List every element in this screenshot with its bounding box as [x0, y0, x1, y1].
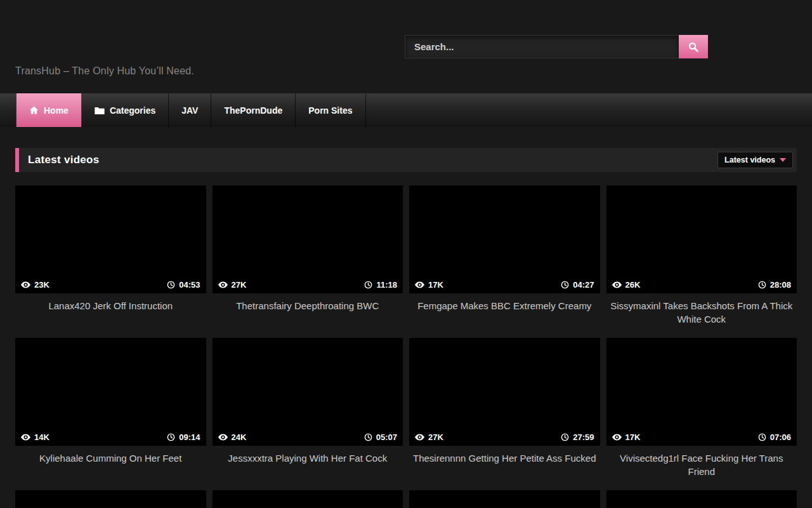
duration-group: 07:06	[758, 432, 791, 442]
views-group: 17K	[612, 432, 641, 442]
video-title[interactable]: Lanax420 Jerk Off Instruction	[15, 293, 206, 338]
video-meta-bar: 24K 05:07	[213, 428, 403, 446]
video-card[interactable]: 17K 07:06 Vivisectedg1rl Face Fucking He…	[606, 338, 797, 490]
video-duration: 07:06	[770, 432, 791, 442]
video-thumbnail[interactable]: 17K 04:27	[409, 185, 600, 293]
clock-icon	[561, 433, 569, 441]
video-thumbnail[interactable]: 24K 05:07	[213, 338, 403, 446]
site-tagline: TransHub – The Only Hub You’ll Need.	[15, 65, 194, 77]
video-thumbnail[interactable]: 27K 11:18	[213, 185, 403, 293]
video-grid: 23K 04:53 Lanax420 Jerk Off Instruction	[15, 185, 797, 508]
section-title: Latest videos	[28, 154, 100, 166]
video-thumbnail[interactable]	[409, 490, 600, 508]
duration-group: 04:27	[561, 280, 594, 290]
views-group: 24K	[218, 432, 247, 442]
view-count: 26K	[625, 280, 641, 290]
clock-icon	[167, 433, 175, 441]
views-group: 26K	[612, 280, 641, 290]
video-card[interactable]: 17K 04:27 Femgape Makes BBC Extremely Cr…	[409, 185, 600, 338]
nav-tab-jav[interactable]: JAV	[169, 93, 211, 127]
video-thumbnail[interactable]: 17K 07:06	[606, 338, 797, 446]
video-title[interactable]: Thetransfairy Deepthroating BWC	[213, 293, 403, 338]
view-count: 17K	[625, 432, 641, 442]
video-card[interactable]: 26K 28:08 Sissymaxinl Takes Backshots Fr…	[606, 185, 797, 338]
duration-group: 09:14	[167, 432, 200, 442]
main-content: Latest videos Latest videos 23K	[0, 148, 812, 508]
main-navigation: Home Categories JAV ThePornDude Porn Sit…	[0, 93, 812, 127]
video-title[interactable]: Thesirennnn Getting Her Petite Ass Fucke…	[409, 446, 600, 490]
nav-tab-label: Porn Sites	[308, 105, 352, 116]
eye-icon	[218, 281, 228, 288]
video-thumbnail[interactable]: 23K 04:53	[15, 185, 206, 293]
search-input[interactable]	[405, 35, 679, 58]
video-card-partial[interactable]	[15, 490, 206, 508]
video-meta-bar: 14K 09:14	[15, 428, 206, 446]
video-duration: 05:07	[376, 432, 397, 442]
video-card[interactable]: 24K 05:07 Jessxxxtra Playing With Her Fa…	[213, 338, 403, 490]
video-thumbnail[interactable]	[213, 490, 403, 508]
video-thumbnail[interactable]	[606, 490, 797, 508]
nav-tab-home[interactable]: Home	[16, 93, 82, 127]
search-button[interactable]	[679, 35, 708, 58]
eye-icon	[415, 281, 424, 288]
video-card[interactable]: 14K 09:14 Kyliehaale Cumming On Her Feet	[15, 338, 206, 490]
view-count: 23K	[34, 280, 49, 290]
view-count: 24K	[232, 432, 247, 442]
sort-dropdown[interactable]: Latest videos	[717, 152, 793, 168]
video-meta-bar: 26K 28:08	[606, 276, 797, 293]
video-card-partial[interactable]	[409, 490, 600, 508]
video-title[interactable]: Vivisectedg1rl Face Fucking Her Trans Fr…	[606, 446, 797, 490]
video-meta-bar: 17K 04:27	[409, 276, 600, 293]
eye-icon	[21, 281, 30, 288]
eye-icon	[612, 281, 622, 288]
duration-group: 11:18	[364, 280, 397, 290]
duration-group: 04:53	[167, 280, 200, 290]
view-count: 14K	[34, 432, 49, 442]
duration-group: 27:59	[561, 432, 594, 442]
video-thumbnail[interactable]: 14K 09:14	[15, 338, 206, 446]
video-title[interactable]: Sissymaxinl Takes Backshots From A Thick…	[606, 293, 797, 338]
nav-tab-porn-sites[interactable]: Porn Sites	[296, 93, 365, 127]
video-thumbnail[interactable]: 26K 28:08	[606, 185, 797, 293]
duration-group: 05:07	[364, 432, 397, 442]
video-card[interactable]: 27K 11:18 Thetransfairy Deepthroating BW…	[213, 185, 403, 338]
video-card[interactable]: 27K 27:59 Thesirennnn Getting Her Petite…	[409, 338, 600, 490]
clock-icon	[758, 433, 766, 441]
eye-icon	[21, 434, 30, 441]
site-header: TransHub – The Only Hub You’ll Need.	[0, 0, 812, 93]
video-title[interactable]: Femgape Makes BBC Extremely Creamy	[409, 293, 600, 338]
nav-tab-label: Home	[44, 105, 69, 116]
video-card[interactable]: 23K 04:53 Lanax420 Jerk Off Instruction	[15, 185, 206, 338]
sort-dropdown-label: Latest videos	[724, 156, 775, 164]
video-thumbnail[interactable]: 27K 27:59	[409, 338, 600, 446]
nav-tab-label: JAV	[181, 105, 198, 116]
video-duration: 27:59	[573, 432, 594, 442]
video-thumbnail[interactable]	[15, 490, 206, 508]
view-count: 27K	[232, 280, 247, 290]
views-group: 27K	[218, 280, 247, 290]
eye-icon	[415, 434, 424, 441]
video-card-partial[interactable]	[606, 490, 797, 508]
search-bar	[405, 35, 708, 58]
video-duration: 28:08	[770, 280, 791, 290]
folder-icon	[95, 106, 105, 115]
video-duration: 04:53	[179, 280, 200, 290]
video-card-partial[interactable]	[213, 490, 403, 508]
video-meta-bar: 23K 04:53	[15, 276, 206, 293]
video-title[interactable]: Jessxxxtra Playing With Her Fat Cock	[213, 446, 403, 490]
clock-icon	[167, 281, 175, 289]
nav-tab-categories[interactable]: Categories	[82, 93, 169, 127]
duration-group: 28:08	[758, 280, 791, 290]
view-count: 27K	[428, 432, 443, 442]
clock-icon	[758, 281, 766, 289]
video-meta-bar: 27K 27:59	[409, 428, 600, 446]
clock-icon	[364, 433, 372, 441]
video-title[interactable]: Kyliehaale Cumming On Her Feet	[15, 446, 206, 490]
views-group: 14K	[21, 432, 49, 442]
section-header: Latest videos Latest videos	[15, 148, 797, 172]
nav-tab-theporndude[interactable]: ThePornDude	[211, 93, 296, 127]
views-group: 27K	[415, 432, 443, 442]
views-group: 23K	[21, 280, 49, 290]
search-icon	[688, 41, 699, 53]
video-duration: 09:14	[179, 432, 200, 442]
